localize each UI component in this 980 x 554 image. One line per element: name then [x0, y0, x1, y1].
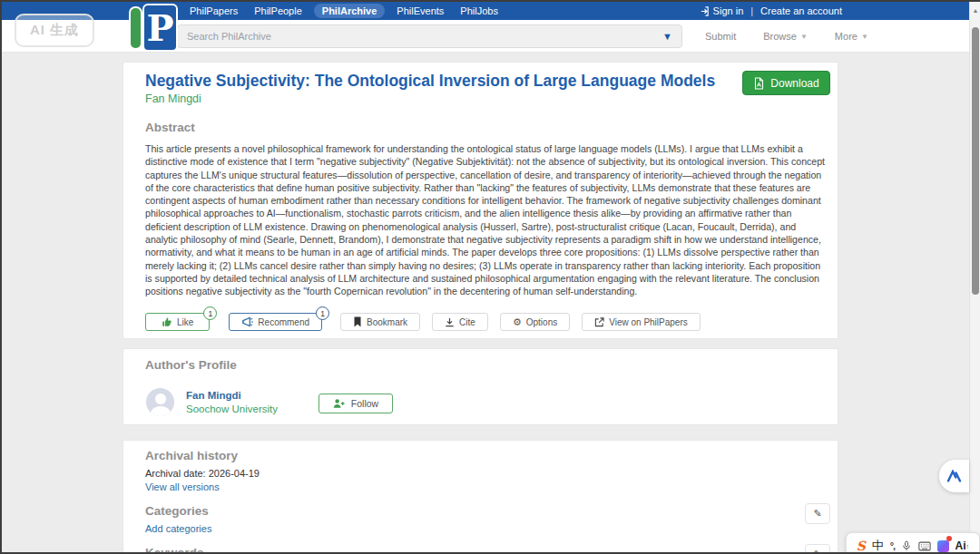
notification-dot — [946, 536, 952, 541]
paper-author-link[interactable]: Fan Mingdi — [145, 92, 201, 105]
nav-philevents[interactable]: PhilEvents — [388, 4, 452, 18]
view-on-philpapers-label: View on PhilPapers — [609, 317, 688, 327]
sogou-logo-icon[interactable]: S — [857, 538, 866, 554]
external-link-icon — [594, 317, 604, 327]
header-links: Submit Browse▼ More▼ — [705, 20, 868, 53]
site-nav: PhilPapers PhilPeople PhilArchive PhilEv… — [181, 2, 506, 20]
browse-label: Browse — [763, 31, 797, 42]
nav-philpeople[interactable]: PhilPeople — [246, 4, 310, 18]
recommend-count-badge: 1 — [316, 306, 329, 320]
logo-letter: P — [144, 5, 176, 50]
nav-philjobs[interactable]: PhilJobs — [452, 4, 506, 18]
view-all-versions-link[interactable]: View all versions — [145, 481, 220, 492]
search-scope-dropdown-icon[interactable]: ▼ — [662, 31, 681, 42]
pencil-icon: ✎ — [813, 508, 821, 520]
view-on-philpapers-button[interactable]: View on PhilPapers — [582, 313, 701, 331]
options-button[interactable]: ⚙ Options — [500, 313, 570, 331]
browser-viewport: PhilPapers PhilPeople PhilArchive PhilEv… — [0, 0, 980, 554]
options-label: Options — [526, 317, 557, 327]
chinese-mode-icon[interactable]: 中 — [872, 538, 884, 554]
assistant-logo-icon — [946, 470, 962, 482]
skin-center-icon[interactable] — [937, 538, 949, 554]
details-card: Archival history Archival date: 2026-04-… — [122, 440, 838, 554]
search-input[interactable] — [178, 31, 662, 42]
nav-philpapers[interactable]: PhilPapers — [181, 4, 246, 18]
sign-in-label: Sign in — [713, 5, 744, 16]
bookmark-button[interactable]: Bookmark — [340, 313, 420, 331]
submit-link[interactable]: Submit — [705, 31, 736, 42]
author-profile-card: Author's Profile Fan Mingdi Soochow Univ… — [122, 348, 838, 425]
like-label: Like — [177, 317, 193, 327]
sign-in-link[interactable]: Sign in — [700, 5, 744, 16]
author-profile-name-link[interactable]: Fan Mingdi — [186, 390, 241, 401]
follow-label: Follow — [351, 398, 378, 409]
cite-label: Cite — [459, 317, 475, 327]
chevron-down-icon: ▼ — [861, 33, 868, 41]
browse-dropdown[interactable]: Browse▼ — [763, 31, 808, 42]
keywords-heading: Keywords — [145, 546, 204, 554]
abstract-text: This article presents a novel philosophi… — [145, 142, 826, 298]
follow-button[interactable]: Follow — [318, 394, 393, 413]
pencil-icon: ✎ — [813, 549, 821, 554]
like-button[interactable]: Like 1 — [145, 313, 210, 331]
keyboard-icon[interactable] — [918, 538, 931, 554]
search-box: ▼ — [177, 24, 682, 48]
scrollbar-thumb[interactable] — [972, 27, 979, 295]
archival-date: Archival date: 2026-04-19 — [145, 468, 260, 479]
gear-icon: ⚙ — [513, 317, 522, 327]
more-label: More — [835, 31, 858, 42]
recommend-label: Recommend — [258, 317, 309, 327]
edit-categories-button[interactable]: ✎ — [805, 503, 830, 524]
nav-philarchive[interactable]: PhilArchive — [314, 4, 386, 18]
cite-button[interactable]: Cite — [432, 313, 488, 331]
thumbs-up-icon — [162, 316, 172, 327]
download-label: Download — [770, 77, 818, 90]
assistant-extension-tab[interactable] — [939, 460, 969, 492]
ai-assistant-icon[interactable]: Ai↑ — [956, 538, 970, 554]
paper-action-bar: Like 1 Recommend 1 Bookmark Cit — [145, 313, 712, 331]
add-categories-link[interactable]: Add categories — [145, 523, 211, 534]
add-person-icon — [333, 398, 345, 409]
categories-heading: Categories — [145, 504, 209, 518]
paper-card: Negative Subjectivity: The Ontological I… — [122, 62, 838, 339]
create-account-link[interactable]: Create an account — [760, 5, 842, 16]
like-count-badge: 1 — [203, 306, 217, 320]
account-nav: Sign in | Create an account — [700, 2, 842, 20]
punctuation-toggle-icon[interactable]: °, — [890, 538, 895, 554]
abstract-heading: Abstract — [145, 121, 195, 134]
microphone-icon[interactable] — [901, 538, 912, 554]
logo-green-bar — [131, 8, 141, 48]
avatar-silhouette — [155, 394, 166, 404]
author-profile-heading: Author's Profile — [145, 358, 237, 372]
bookmark-icon — [353, 316, 362, 327]
page-scrollbar[interactable]: ▲ — [969, 2, 980, 554]
nav-separator: | — [750, 5, 753, 16]
input-method-toolbar: S 中 °, Ai↑ — [846, 532, 980, 554]
download-button[interactable]: Download — [742, 71, 830, 95]
archival-history-heading: Archival history — [145, 449, 238, 462]
author-affiliation-link[interactable]: Soochow University — [186, 403, 278, 414]
chevron-down-icon: ▼ — [800, 33, 808, 41]
download-arrow-icon — [445, 317, 455, 327]
ai-generated-watermark: AI 生成 — [15, 14, 94, 47]
edit-keywords-button[interactable]: ✎ — [805, 544, 830, 554]
sign-in-icon — [700, 6, 710, 16]
paper-title: Negative Subjectivity: The Ontological I… — [145, 72, 735, 90]
recommend-button[interactable]: Recommend 1 — [229, 313, 322, 331]
more-dropdown[interactable]: More▼ — [835, 31, 868, 42]
megaphone-icon — [241, 316, 253, 327]
pdf-file-icon — [753, 77, 765, 90]
scroll-up-arrow-icon[interactable]: ▲ — [970, 7, 980, 14]
philarchive-logo[interactable]: P — [131, 5, 176, 50]
author-avatar[interactable] — [146, 388, 174, 416]
bookmark-label: Bookmark — [367, 317, 407, 327]
